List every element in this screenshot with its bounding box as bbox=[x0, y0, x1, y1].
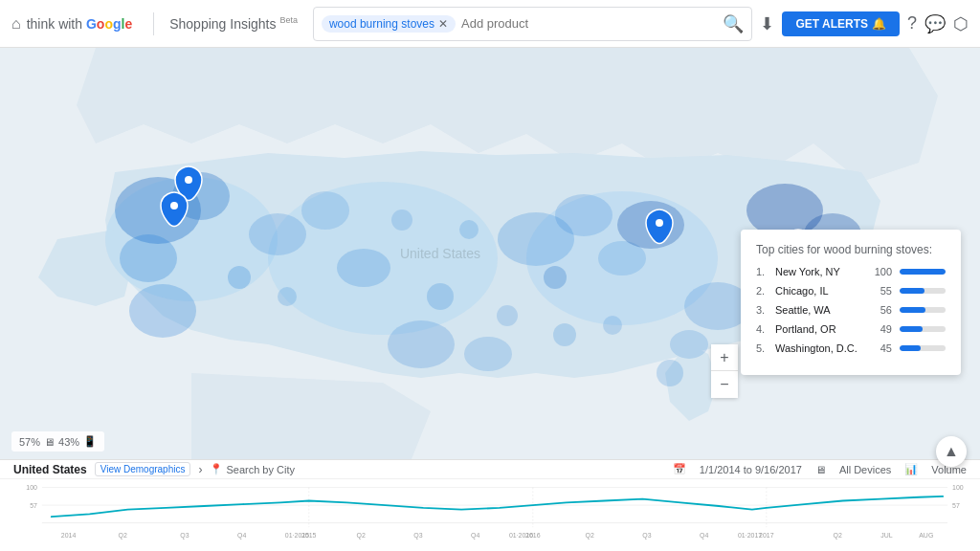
svg-point-17 bbox=[670, 330, 708, 359]
location-icon: 📍 bbox=[210, 463, 223, 475]
header: ⌂ think with Google Shopping Insights Be… bbox=[0, 0, 980, 48]
logo-area: ⌂ think with Google bbox=[11, 15, 132, 33]
city-row: 1. New York, NY 100 bbox=[756, 266, 946, 277]
google-logo: Google bbox=[86, 16, 132, 32]
header-right: GET ALERTS 🔔 ? 💬 ⬡ bbox=[782, 11, 969, 36]
city-score: 100 bbox=[869, 266, 892, 277]
svg-text:Q2: Q2 bbox=[834, 532, 843, 540]
get-alerts-button[interactable]: GET ALERTS 🔔 bbox=[782, 11, 900, 36]
map-container: United States Top cities for wood burnin… bbox=[0, 48, 980, 459]
chart-svg: 100 57 100 57 2014 Q2 Q3 Q4 01·2015 Q2 Q… bbox=[13, 483, 967, 540]
svg-text:Q3: Q3 bbox=[413, 532, 423, 540]
svg-point-21 bbox=[497, 305, 518, 326]
city-rank: 3. bbox=[756, 304, 768, 316]
city-score: 49 bbox=[869, 323, 892, 335]
city-bar-container bbox=[900, 345, 946, 351]
city-rank: 2. bbox=[756, 285, 768, 297]
beta-badge: Beta bbox=[279, 15, 298, 25]
svg-text:Q2: Q2 bbox=[357, 532, 367, 540]
comment-icon[interactable]: 💬 bbox=[924, 13, 946, 34]
city-bar bbox=[900, 288, 924, 294]
city-score: 45 bbox=[869, 342, 892, 354]
city-bar bbox=[900, 326, 923, 332]
share-icon[interactable]: ⬡ bbox=[953, 13, 969, 34]
panel-title: Top cities for wood burning stoves: bbox=[756, 243, 946, 256]
city-name: Washington, D.C. bbox=[775, 342, 861, 354]
city-name: Portland, OR bbox=[775, 323, 861, 335]
svg-text:JUL: JUL bbox=[880, 532, 893, 539]
bottom-bar: United States View Demographics › 📍 Sear… bbox=[0, 459, 980, 478]
map-controls: + − bbox=[711, 344, 738, 398]
city-name: Seattle, WA bbox=[775, 304, 861, 316]
svg-text:Q2: Q2 bbox=[119, 532, 128, 540]
top-cities-panel: Top cities for wood burning stoves: 1. N… bbox=[741, 230, 961, 375]
search-tag: wood burning stoves ✕ bbox=[322, 15, 456, 33]
device-stats: 57% 🖥 43% 📱 bbox=[11, 431, 104, 452]
city-search-button[interactable]: 📍 Search by City bbox=[210, 463, 295, 475]
date-range: 1/1/2014 to 9/16/2017 bbox=[700, 464, 802, 475]
svg-text:Q4: Q4 bbox=[471, 532, 480, 540]
svg-text:Q3: Q3 bbox=[180, 532, 189, 540]
svg-text:AUG: AUG bbox=[919, 532, 933, 539]
chevron-up-icon: ▲ bbox=[944, 443, 959, 460]
brand-text: think with Google bbox=[27, 16, 133, 32]
bell-icon: 🔔 bbox=[872, 17, 886, 31]
arrow-icon: › bbox=[198, 463, 202, 476]
city-search-label: Search by City bbox=[226, 464, 295, 475]
bottom-right-controls: 📅 1/1/2014 to 9/16/2017 🖥 All Devices 📊 … bbox=[673, 463, 967, 475]
city-bar bbox=[900, 307, 925, 313]
desktop-pct: 57% bbox=[19, 436, 40, 448]
svg-text:100: 100 bbox=[26, 485, 37, 492]
city-rank: 1. bbox=[756, 266, 768, 277]
help-icon[interactable]: ? bbox=[907, 13, 917, 33]
city-row: 3. Seattle, WA 56 bbox=[756, 304, 946, 316]
city-bar-container bbox=[900, 269, 946, 275]
svg-point-9 bbox=[464, 337, 512, 371]
home-icon[interactable]: ⌂ bbox=[11, 15, 21, 33]
zoom-in-button[interactable]: + bbox=[711, 344, 738, 371]
view-demographics-button[interactable]: View Demographics bbox=[95, 462, 191, 476]
cities-list: 1. New York, NY 100 2. Chicago, IL 55 3.… bbox=[756, 266, 946, 354]
svg-text:2014: 2014 bbox=[61, 532, 77, 539]
all-devices-label: All Devices bbox=[839, 464, 891, 475]
chart-icon: 📊 bbox=[904, 463, 918, 475]
city-bar bbox=[900, 269, 946, 275]
svg-text:57: 57 bbox=[30, 502, 37, 509]
calendar-icon: 📅 bbox=[673, 463, 686, 475]
svg-point-29 bbox=[526, 191, 718, 325]
region-label: United States bbox=[13, 463, 87, 476]
mobile-pct: 43% bbox=[58, 436, 79, 448]
svg-text:Q2: Q2 bbox=[586, 532, 595, 540]
svg-text:57: 57 bbox=[952, 502, 960, 509]
add-product-input[interactable] bbox=[461, 16, 723, 31]
svg-text:100: 100 bbox=[952, 485, 964, 492]
city-name: New York, NY bbox=[775, 266, 861, 277]
city-rank: 5. bbox=[756, 342, 768, 354]
close-tag-icon[interactable]: ✕ bbox=[438, 17, 448, 31]
svg-text:2016: 2016 bbox=[525, 532, 541, 539]
city-bar-container bbox=[900, 288, 946, 294]
svg-text:2015: 2015 bbox=[301, 532, 317, 539]
zoom-out-button[interactable]: − bbox=[711, 371, 738, 398]
city-bar-container bbox=[900, 307, 946, 313]
city-score: 56 bbox=[869, 304, 892, 316]
svg-point-24 bbox=[657, 360, 683, 386]
app-title: Shopping Insights Beta bbox=[169, 15, 298, 32]
city-row: 2. Chicago, IL 55 bbox=[756, 285, 946, 297]
chart-area: 100 57 100 57 2014 Q2 Q3 Q4 01·2015 Q2 Q… bbox=[0, 478, 980, 551]
city-row: 4. Portland, OR 49 bbox=[756, 323, 946, 335]
search-tag-text: wood burning stoves bbox=[329, 17, 434, 31]
svg-point-33 bbox=[170, 202, 178, 209]
city-row: 5. Washington, D.C. 45 bbox=[756, 342, 946, 354]
svg-point-34 bbox=[656, 219, 663, 227]
svg-point-22 bbox=[553, 323, 576, 346]
mobile-icon: 📱 bbox=[83, 435, 97, 448]
svg-text:Q3: Q3 bbox=[642, 532, 652, 540]
search-bar: wood burning stoves ✕ 🔍 bbox=[313, 7, 753, 41]
search-icon[interactable]: 🔍 bbox=[723, 13, 744, 34]
download-icon[interactable]: ⬇ bbox=[760, 13, 774, 34]
city-bar-container bbox=[900, 326, 946, 332]
scroll-top-button[interactable]: ▲ bbox=[936, 436, 967, 467]
city-name: Chicago, IL bbox=[775, 285, 861, 297]
svg-text:Q4: Q4 bbox=[700, 532, 709, 540]
